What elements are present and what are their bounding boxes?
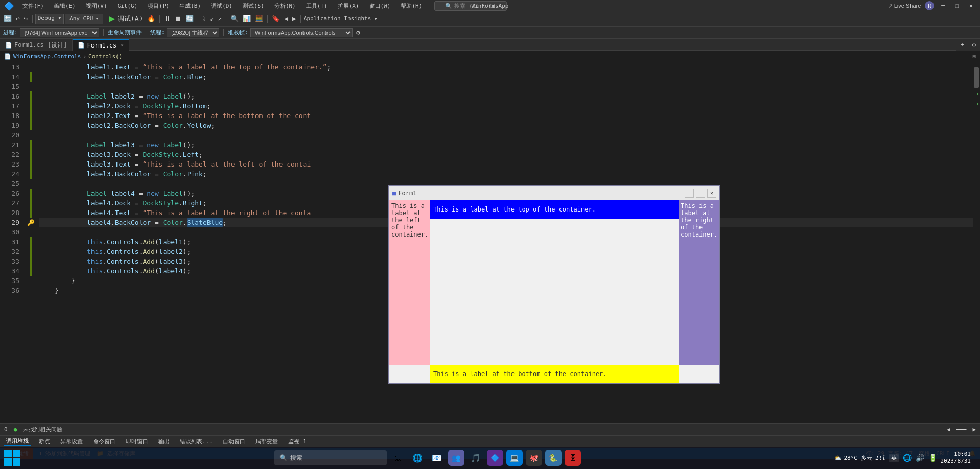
pause-icon[interactable]: ⏸ — [162, 15, 172, 22]
restore-button[interactable]: ❐ — [952, 2, 962, 9]
undo-icon[interactable]: ↩ — [14, 15, 21, 22]
menu-debug[interactable]: 调试(D) — [209, 2, 235, 10]
taskbar-github-icon[interactable]: 🐙 — [526, 450, 542, 466]
menu-analyze[interactable]: 分析(N) — [272, 2, 298, 10]
diagnostics-icon[interactable]: 🔍 — [229, 15, 240, 22]
run-label[interactable]: 调试(A) — [116, 14, 144, 24]
live-share-button[interactable]: ↗ Live Share — [888, 3, 921, 9]
scroll-left-icon[interactable]: ◀ — [947, 426, 950, 433]
debug-tab-output[interactable]: 输出 — [156, 438, 172, 445]
network-icon[interactable]: 🌐 — [903, 454, 912, 462]
menu-help[interactable]: 帮助(H) — [399, 2, 424, 10]
menu-extensions[interactable]: 扩展(X) — [336, 2, 361, 10]
debug-tab-breakpoints[interactable]: 断点 — [37, 438, 52, 445]
title-bar: 🔷 文件(F) 编辑(E) 视图(V) Git(G) 项目(P) 生成(B) 调… — [0, 0, 980, 11]
debug-tab-watch[interactable]: 监视 1 — [286, 438, 308, 445]
form-restore-btn[interactable]: □ — [696, 189, 705, 198]
code-line-14: label1.BackColor = Color.Blue; — [39, 72, 973, 82]
taskbar-vscode-icon[interactable]: 💻 — [506, 450, 523, 466]
tab-settings-icon[interactable]: ⚙ — [968, 41, 980, 49]
app-insights-btn[interactable]: Application Insights — [304, 15, 371, 22]
taskbar-mail-icon[interactable]: 📧 — [429, 450, 445, 466]
taskbar-left — [4, 450, 20, 466]
debug-tab-locals[interactable]: 局部变量 — [253, 438, 280, 445]
tab-form1-cs[interactable]: 📄 Form1.cs × — [73, 39, 129, 51]
process-dropdown[interactable]: [9764] WinFormsApp.exe — [20, 28, 99, 37]
ln-33: 33 — [0, 256, 22, 266]
tab-form1-design[interactable]: 📄 Form1.cs [设计] — [0, 39, 73, 51]
stack-settings-icon[interactable]: ⚙ — [355, 29, 362, 36]
gutter-36 — [27, 286, 35, 295]
redo-icon[interactable]: ↪ — [22, 15, 30, 22]
thread-dropdown[interactable]: [29820] 主线程 — [167, 28, 219, 37]
gutter-26 — [27, 189, 35, 198]
breadcrumb-method[interactable]: Controls() — [88, 53, 122, 60]
tab-close-btn[interactable]: × — [121, 42, 124, 48]
scroll-thumb[interactable] — [974, 67, 979, 88]
scrollbar-minimap[interactable] — [973, 62, 980, 423]
scroll-right-icon[interactable]: ▶ — [972, 426, 976, 433]
menu-project[interactable]: 项目(P) — [146, 2, 171, 10]
debug-tab-exceptions[interactable]: 异常设置 — [58, 438, 85, 445]
app-insights-dropdown-icon[interactable]: ▾ — [372, 15, 379, 22]
battery-icon[interactable]: 🔋 — [928, 454, 937, 462]
minimize-button[interactable]: ─ — [938, 2, 948, 9]
run-button[interactable]: ▶ — [109, 14, 115, 24]
bookmark-icon[interactable]: 🔖 — [270, 15, 282, 22]
nav-back-icon[interactable]: ◀ — [283, 15, 290, 22]
volume-icon[interactable]: 🔊 — [916, 454, 924, 462]
title-bar-right: ↗ Live Share R ─ ❐ ✕ — [888, 1, 976, 10]
debug-tab-auto[interactable]: 自动窗口 — [221, 438, 247, 445]
step-over-icon[interactable]: ⤵ — [201, 15, 207, 22]
hot-reload-icon[interactable]: 🔥 — [146, 15, 157, 22]
menu-build[interactable]: 生成(B) — [177, 2, 203, 10]
menu-git[interactable]: Git(G) — [115, 3, 140, 9]
debug-tab-errors[interactable]: 错误列表... — [178, 438, 215, 445]
breadcrumb-namespace[interactable]: WinFormsApp.Controls — [13, 53, 81, 60]
menu-view[interactable]: 视图(V) — [84, 2, 109, 10]
system-clock[interactable]: 10:01 2023/8/31 — [940, 451, 971, 465]
step-out-icon[interactable]: ↗ — [216, 15, 223, 22]
taskbar-python-icon[interactable]: 🐍 — [545, 450, 562, 466]
input-method-indicator[interactable]: Itl — [875, 455, 885, 461]
show-desktop-btn[interactable] — [974, 450, 976, 466]
taskbar-music-icon[interactable]: 🎵 — [468, 450, 484, 466]
cpu-dropdown[interactable]: Any CPU ▾ — [65, 14, 103, 24]
stop-icon[interactable]: ⏹ — [173, 15, 183, 22]
taskbar-teams-icon[interactable]: 👥 — [448, 450, 464, 466]
debug-tab-command[interactable]: 命令窗口 — [91, 438, 118, 445]
menu-file[interactable]: 文件(F) — [20, 2, 46, 10]
debug-config-dropdown[interactable]: Debug ▾ — [35, 14, 64, 24]
step-into-icon[interactable]: ↙ — [208, 15, 216, 22]
taskbar-edge-icon[interactable]: 🌐 — [409, 450, 426, 466]
toolbar-sep-6 — [267, 15, 268, 23]
form-minimize-btn[interactable]: ─ — [685, 189, 694, 198]
weather-widget[interactable]: ⛅ 28°C 多云 — [834, 454, 872, 462]
new-tab-btn[interactable]: + — [956, 41, 968, 49]
horizontal-scroll-thumb[interactable]: ━━━ — [956, 426, 967, 433]
restart-icon[interactable]: 🔄 — [184, 15, 195, 22]
menu-window[interactable]: 窗口(W) — [367, 2, 393, 10]
split-editor-icon[interactable]: ⊞ — [972, 53, 976, 60]
nav-forward-icon[interactable]: ▶ — [291, 15, 298, 22]
editor-breadcrumb: 📄 WinFormsApp.Controls › Controls() ⊞ — [0, 51, 980, 62]
close-button[interactable]: ✕ — [966, 2, 976, 9]
taskbar-vs-icon[interactable]: 🔷 — [487, 450, 503, 466]
taskbar-explorer-icon[interactable]: 🗂 — [390, 450, 406, 466]
taskbar-db-icon[interactable]: 🗄 — [565, 450, 581, 466]
new-file-icon[interactable]: 🔙 — [2, 15, 13, 22]
windows-start-button[interactable] — [4, 450, 20, 466]
menu-test[interactable]: 测试(S) — [241, 2, 266, 10]
taskbar-search[interactable]: 🔍 搜索 — [274, 450, 387, 465]
performance-icon[interactable]: 📊 — [241, 15, 252, 22]
menu-edit[interactable]: 编辑(E) — [52, 2, 78, 10]
debug-tab-callstack[interactable]: 调用堆栈 — [4, 437, 31, 446]
form-close-btn[interactable]: ✕ — [707, 189, 716, 198]
debug-tab-immediate[interactable]: 即时窗口 — [124, 438, 150, 445]
form-preview-window[interactable]: ■ Form1 ─ □ ✕ This is a label at the top… — [388, 185, 720, 384]
memory-icon[interactable]: 🧮 — [253, 15, 265, 22]
account-button[interactable]: R — [925, 1, 934, 10]
keyboard-layout-indicator[interactable]: 英 — [889, 454, 899, 462]
stack-dropdown[interactable]: WinFormsApp.Controls.Controls — [250, 28, 353, 37]
menu-tools[interactable]: 工具(T) — [304, 2, 330, 10]
